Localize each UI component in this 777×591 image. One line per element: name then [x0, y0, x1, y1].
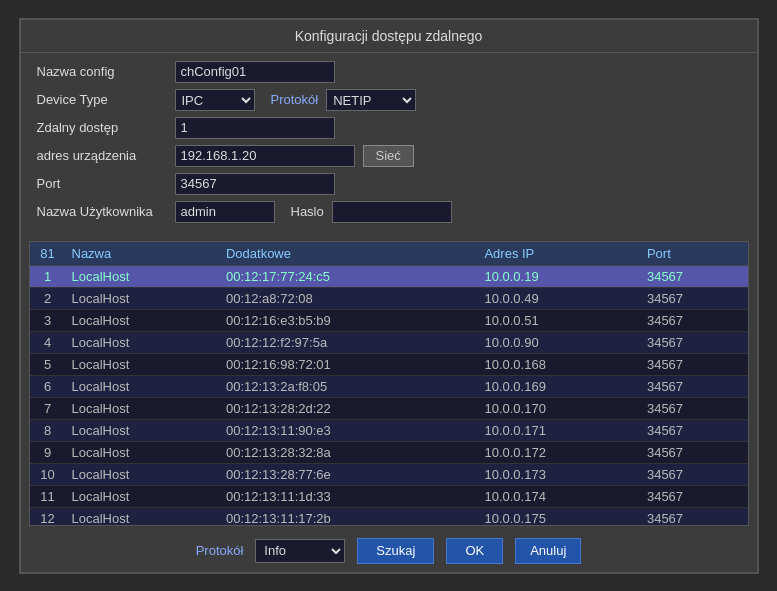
protokol-select[interactable]: NETIP ONVIF — [326, 89, 416, 111]
device-type-label: Device Type — [37, 92, 167, 107]
siec-button[interactable]: Sieć — [363, 145, 414, 167]
main-dialog: Konfiguracji dostępu zdalnego Nazwa conf… — [19, 18, 759, 574]
zdalny-row: Zdalny dostęp — [37, 117, 741, 139]
cell-port: 34567 — [641, 463, 748, 485]
cell-name: LocalHost — [66, 397, 220, 419]
cell-id: 11 — [30, 485, 66, 507]
cell-ip: 10.0.0.174 — [478, 485, 641, 507]
cell-port: 34567 — [641, 265, 748, 287]
cell-ip: 10.0.0.19 — [478, 265, 641, 287]
table-row[interactable]: 12LocalHost00:12:13:11:17:2b10.0.0.17534… — [30, 507, 748, 526]
cell-ip: 10.0.0.175 — [478, 507, 641, 526]
user-input[interactable] — [175, 201, 275, 223]
cell-ip: 10.0.0.172 — [478, 441, 641, 463]
cell-ip: 10.0.0.49 — [478, 287, 641, 309]
cell-id: 7 — [30, 397, 66, 419]
cell-ip: 10.0.0.51 — [478, 309, 641, 331]
anuluj-button[interactable]: Anuluj — [515, 538, 581, 564]
cell-port: 34567 — [641, 441, 748, 463]
table-row[interactable]: 5LocalHost00:12:16:98:72:0110.0.0.168345… — [30, 353, 748, 375]
device-type-row: Device Type IPC DVR Protokół NETIP ONVIF — [37, 89, 741, 111]
cell-id: 10 — [30, 463, 66, 485]
pass-input[interactable] — [332, 201, 452, 223]
device-type-select[interactable]: IPC DVR — [175, 89, 255, 111]
haslo-label: Haslo — [291, 204, 324, 219]
cell-port: 34567 — [641, 485, 748, 507]
cell-ip: 10.0.0.170 — [478, 397, 641, 419]
dialog-title: Konfiguracji dostępu zdalnego — [21, 20, 757, 53]
cell-mac: 00:12:13:28:32:8a — [220, 441, 478, 463]
adres-row: adres urządzenia Sieć — [37, 145, 741, 167]
footer-area: Protokół Info Debug Warning Szukaj OK An… — [21, 530, 757, 572]
cell-id: 1 — [30, 265, 66, 287]
cell-name: LocalHost — [66, 463, 220, 485]
cell-mac: 00:12:12:f2:97:5a — [220, 331, 478, 353]
cell-name: LocalHost — [66, 309, 220, 331]
cell-id: 6 — [30, 375, 66, 397]
cell-id: 2 — [30, 287, 66, 309]
col-dodatkowe: Dodatkowe — [220, 242, 478, 266]
cell-id: 12 — [30, 507, 66, 526]
col-count: 81 — [30, 242, 66, 266]
cell-port: 34567 — [641, 507, 748, 526]
form-area: Nazwa config Device Type IPC DVR Protokó… — [21, 53, 757, 237]
table-row[interactable]: 10LocalHost00:12:13:28:77:6e10.0.0.17334… — [30, 463, 748, 485]
table-row[interactable]: 4LocalHost00:12:12:f2:97:5a10.0.0.903456… — [30, 331, 748, 353]
cell-mac: 00:12:13:2a:f8:05 — [220, 375, 478, 397]
cell-mac: 00:12:13:28:2d:22 — [220, 397, 478, 419]
port-label: Port — [37, 176, 167, 191]
cell-mac: 00:12:13:11:17:2b — [220, 507, 478, 526]
cell-port: 34567 — [641, 309, 748, 331]
protokol-inline-label: Protokół — [271, 92, 319, 107]
footer-protokol-select[interactable]: Info Debug Warning — [255, 539, 345, 563]
cell-id: 3 — [30, 309, 66, 331]
table-row[interactable]: 9LocalHost00:12:13:28:32:8a10.0.0.172345… — [30, 441, 748, 463]
cell-name: LocalHost — [66, 441, 220, 463]
cell-mac: 00:12:16:e3:b5:b9 — [220, 309, 478, 331]
device-table-container: 81 Nazwa Dodatkowe Adres IP Port 1LocalH… — [29, 241, 749, 526]
table-row[interactable]: 8LocalHost00:12:13:11:90:e310.0.0.171345… — [30, 419, 748, 441]
cell-name: LocalHost — [66, 287, 220, 309]
cell-mac: 00:12:16:98:72:01 — [220, 353, 478, 375]
cell-mac: 00:12:13:28:77:6e — [220, 463, 478, 485]
table-row[interactable]: 11LocalHost00:12:13:11:1d:3310.0.0.17434… — [30, 485, 748, 507]
cell-port: 34567 — [641, 375, 748, 397]
col-port: Port — [641, 242, 748, 266]
cell-name: LocalHost — [66, 265, 220, 287]
nazwa-row: Nazwa config — [37, 61, 741, 83]
cell-name: LocalHost — [66, 353, 220, 375]
adres-input[interactable] — [175, 145, 355, 167]
cell-mac: 00:12:a8:72:08 — [220, 287, 478, 309]
device-table: 81 Nazwa Dodatkowe Adres IP Port 1LocalH… — [30, 242, 748, 526]
table-row[interactable]: 6LocalHost00:12:13:2a:f8:0510.0.0.169345… — [30, 375, 748, 397]
adres-label: adres urządzenia — [37, 148, 167, 163]
user-label: Nazwa Użytkownika — [37, 204, 167, 219]
col-name: Nazwa — [66, 242, 220, 266]
nazwa-label: Nazwa config — [37, 64, 167, 79]
table-row[interactable]: 2LocalHost00:12:a8:72:0810.0.0.4934567 — [30, 287, 748, 309]
cell-port: 34567 — [641, 353, 748, 375]
table-row[interactable]: 7LocalHost00:12:13:28:2d:2210.0.0.170345… — [30, 397, 748, 419]
nazwa-input[interactable] — [175, 61, 335, 83]
user-row: Nazwa Użytkownika Haslo — [37, 201, 741, 223]
cell-port: 34567 — [641, 287, 748, 309]
cell-ip: 10.0.0.169 — [478, 375, 641, 397]
cell-mac: 00:12:13:11:90:e3 — [220, 419, 478, 441]
table-body: 1LocalHost00:12:17:77:24:c510.0.0.193456… — [30, 265, 748, 526]
table-row[interactable]: 1LocalHost00:12:17:77:24:c510.0.0.193456… — [30, 265, 748, 287]
cell-ip: 10.0.0.171 — [478, 419, 641, 441]
table-row[interactable]: 3LocalHost00:12:16:e3:b5:b910.0.0.513456… — [30, 309, 748, 331]
cell-mac: 00:12:17:77:24:c5 — [220, 265, 478, 287]
cell-mac: 00:12:13:11:1d:33 — [220, 485, 478, 507]
footer-protokol-label: Protokół — [196, 543, 244, 558]
szukaj-button[interactable]: Szukaj — [357, 538, 434, 564]
cell-port: 34567 — [641, 397, 748, 419]
cell-name: LocalHost — [66, 375, 220, 397]
table-header-row: 81 Nazwa Dodatkowe Adres IP Port — [30, 242, 748, 266]
cell-id: 8 — [30, 419, 66, 441]
zdalny-input[interactable] — [175, 117, 335, 139]
ok-button[interactable]: OK — [446, 538, 503, 564]
cell-id: 4 — [30, 331, 66, 353]
port-input[interactable] — [175, 173, 335, 195]
cell-name: LocalHost — [66, 485, 220, 507]
